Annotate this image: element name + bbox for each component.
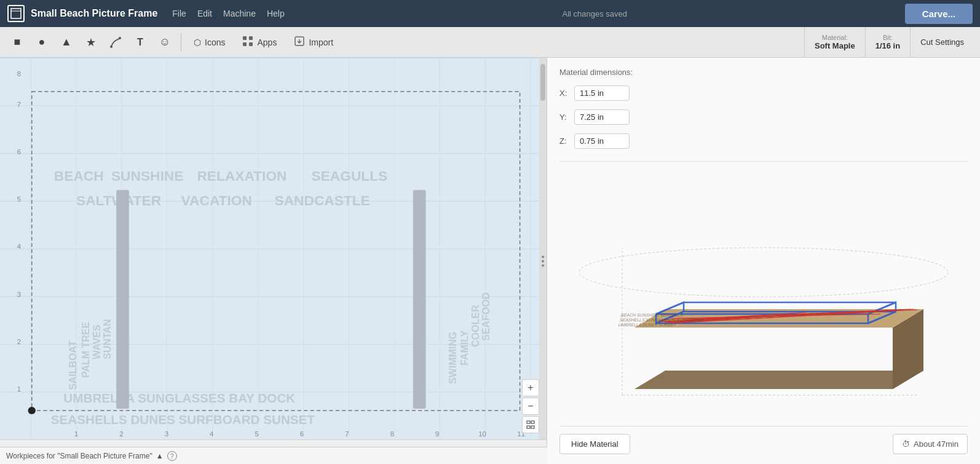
zoom-fit-button[interactable]	[522, 416, 539, 433]
icons-label: Icons	[205, 37, 225, 47]
svg-rect-53	[116, 190, 129, 409]
svg-text:8: 8	[390, 430, 394, 438]
vertical-scrollbar[interactable]	[539, 58, 547, 439]
svg-rect-15	[0, 58, 547, 439]
svg-text:1: 1	[74, 430, 78, 438]
canvas-inner: 1 2 3 4 5 6 7 8 1 2 3 4 5 6 7 8 9 10 11	[0, 58, 547, 439]
menu-edit[interactable]: Edit	[197, 9, 212, 18]
title-bar: Small Beach Picture Frame File Edit Mach…	[0, 0, 980, 27]
icons-button[interactable]: ⬡ Icons	[186, 34, 232, 51]
svg-point-60	[579, 248, 948, 297]
help-icon[interactable]: ?	[167, 451, 177, 461]
svg-point-3	[119, 37, 121, 39]
svg-text:7: 7	[17, 101, 21, 108]
time-estimate-label: About 47min	[914, 439, 958, 449]
canvas-area[interactable]: 1 2 3 4 5 6 7 8 1 2 3 4 5 6 7 8 9 10 11	[0, 58, 547, 464]
menu-help[interactable]: Help	[267, 9, 285, 18]
z-dimension-row: Z:	[559, 133, 968, 149]
x-input[interactable]	[574, 85, 630, 101]
cut-settings-button[interactable]: Cut Settings	[910, 27, 974, 58]
more-options[interactable]	[539, 256, 547, 267]
emoji-tool[interactable]: ☺	[154, 31, 176, 53]
apps-icon	[242, 36, 253, 49]
z-input[interactable]	[574, 133, 630, 149]
zoom-in-button[interactable]: +	[522, 379, 539, 396]
menu-file[interactable]: File	[172, 9, 186, 18]
hide-material-button[interactable]: Hide Material	[559, 434, 630, 454]
svg-text:SEAFOOD: SEAFOOD	[480, 292, 491, 340]
material-dims-title: Material dimensions:	[559, 68, 968, 77]
svg-text:SANDCASTLE: SANDCASTLE	[275, 194, 370, 209]
3d-view[interactable]: SEASHELLS SUNGLASSES SURFBOARD BEACH SUN…	[559, 162, 968, 426]
svg-rect-5	[249, 36, 253, 40]
material-label: Material:	[822, 34, 848, 41]
square-tool[interactable]: ■	[6, 31, 28, 53]
material-info: Material: Soft Maple Bit: 1/16 in Cut Se…	[804, 27, 974, 58]
workpieces-bar: Workpieces for "Small Beach Picture Fram…	[0, 447, 547, 464]
triangle-tool[interactable]: ▲	[55, 31, 77, 53]
svg-text:4: 4	[210, 430, 213, 438]
svg-text:3: 3	[165, 430, 168, 438]
material-dimensions: Material dimensions: X: Y: Z:	[559, 68, 968, 162]
svg-text:10: 10	[478, 430, 486, 438]
bit-section[interactable]: Bit: 1/16 in	[865, 27, 910, 58]
star-tool[interactable]: ★	[80, 31, 102, 53]
app-icon	[7, 5, 25, 22]
svg-rect-59	[531, 426, 534, 428]
svg-text:UMBRELLA DUNES SUNSET: UMBRELLA DUNES SUNSET	[618, 323, 678, 328]
svg-text:BEACH: BEACH	[54, 169, 104, 184]
bit-label: Bit:	[883, 34, 893, 41]
svg-text:SEAGULLS: SEAGULLS	[312, 169, 388, 184]
svg-text:SUNTAN: SUNTAN	[101, 319, 113, 360]
circle-tool[interactable]: ●	[31, 31, 53, 53]
time-estimate: ⏱ About 47min	[893, 434, 968, 454]
x-dimension-row: X:	[559, 85, 968, 101]
svg-point-2	[110, 45, 113, 48]
right-panel: Material dimensions: X: Y: Z:	[547, 58, 980, 464]
svg-rect-56	[527, 421, 530, 423]
menu-machine[interactable]: Machine	[223, 9, 256, 18]
scrollbar-thumb[interactable]	[540, 64, 545, 101]
material-value: Soft Maple	[815, 41, 855, 50]
y-input[interactable]	[574, 109, 630, 125]
z-label: Z:	[559, 136, 569, 146]
svg-text:RELAXATION: RELAXATION	[197, 169, 286, 184]
icons-icon: ⬡	[194, 37, 201, 47]
x-label: X:	[559, 88, 569, 98]
svg-point-55	[28, 407, 35, 414]
workpieces-label: Workpieces for "Small Beach Picture Fram…	[6, 452, 152, 460]
svg-text:SWIMMING: SWIMMING	[447, 331, 458, 383]
import-button[interactable]: Import	[286, 32, 341, 52]
svg-text:3: 3	[17, 291, 21, 298]
carve-button[interactable]: Carve...	[905, 4, 973, 24]
zoom-out-button[interactable]: −	[522, 398, 539, 415]
svg-text:9: 9	[435, 430, 439, 438]
apps-button[interactable]: Apps	[235, 32, 284, 52]
3d-svg: SEASHELLS SUNGLASSES SURFBOARD BEACH SUN…	[559, 162, 968, 426]
svg-rect-58	[527, 426, 530, 428]
path-tool[interactable]	[105, 31, 127, 53]
divider-1	[181, 33, 181, 52]
svg-text:4: 4	[17, 243, 21, 251]
svg-text:SUNSHINE: SUNSHINE	[111, 169, 184, 184]
svg-rect-54	[413, 190, 426, 409]
svg-text:2: 2	[17, 338, 21, 345]
svg-text:FAMILY: FAMILY	[459, 330, 470, 365]
svg-text:SAILBOAT: SAILBOAT	[67, 340, 78, 390]
material-section[interactable]: Material: Soft Maple	[804, 27, 865, 58]
zoom-controls: + −	[522, 379, 539, 433]
menu-bar: File Edit Machine Help	[172, 9, 284, 18]
expand-icon[interactable]: ▲	[156, 452, 164, 460]
save-status: All changes saved	[285, 9, 905, 18]
svg-rect-0	[11, 9, 21, 18]
apps-label: Apps	[257, 37, 277, 47]
svg-marker-63	[634, 371, 923, 389]
svg-rect-4	[243, 36, 247, 40]
svg-text:SEASHELLS SUNGLASSES SURFBOARD: SEASHELLS SUNGLASSES SURFBOARD	[619, 318, 704, 323]
svg-text:6: 6	[300, 430, 304, 438]
y-dimension-row: Y:	[559, 109, 968, 125]
svg-text:BEACH SUNSHINE SEAGULLS: BEACH SUNSHINE SEAGULLS	[620, 313, 684, 318]
y-label: Y:	[559, 112, 569, 122]
text-tool[interactable]: T	[129, 31, 151, 53]
import-label: Import	[309, 37, 333, 47]
